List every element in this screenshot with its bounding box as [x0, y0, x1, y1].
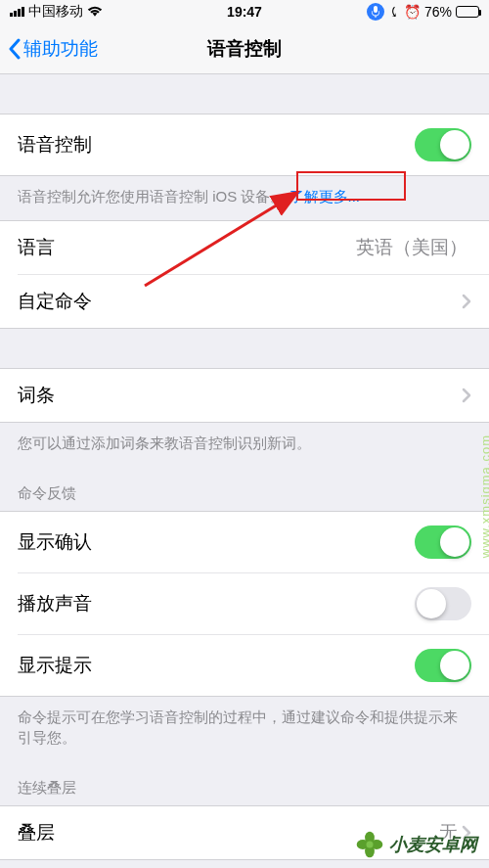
- alarm-icon: ⏰: [404, 4, 421, 20]
- play-sound-label: 播放声音: [18, 591, 92, 617]
- signal-icon: [10, 7, 24, 17]
- svg-point-6: [367, 842, 374, 848]
- vocabulary-row[interactable]: 词条: [0, 369, 489, 422]
- wifi-icon: [87, 6, 103, 18]
- watermark: 小麦安卓网: [356, 831, 477, 858]
- watermark-url: www.xmsigma.com: [478, 434, 490, 558]
- clover-icon: [356, 831, 383, 858]
- voice-control-row: 语音控制: [0, 114, 489, 175]
- voice-control-desc: 语音控制允许您使用语音控制 iOS 设备。: [18, 188, 285, 205]
- back-label: 辅助功能: [23, 36, 98, 62]
- chevron-left-icon: [8, 38, 22, 60]
- status-bar: 中国移动 19:47 ⤹ ⏰ 76%: [0, 0, 489, 23]
- show-confirm-switch[interactable]: [415, 525, 471, 559]
- voice-control-label: 语音控制: [18, 132, 92, 158]
- learn-more-link[interactable]: 了解更多...: [289, 188, 361, 205]
- chevron-right-icon: [462, 388, 471, 403]
- chevron-right-icon: [462, 294, 471, 309]
- back-button[interactable]: 辅助功能: [8, 36, 98, 62]
- custom-commands-label: 自定命令: [18, 289, 92, 314]
- play-sound-row: 播放声音: [18, 572, 489, 634]
- show-hints-row: 显示提示: [18, 634, 489, 696]
- carrier-label: 中国移动: [28, 3, 83, 21]
- show-hints-label: 显示提示: [18, 653, 92, 678]
- nav-bar: 辅助功能 语音控制: [0, 23, 489, 74]
- battery-pct: 76%: [424, 4, 452, 20]
- vocabulary-label: 词条: [18, 383, 55, 408]
- feedback-header: 命令反馈: [0, 467, 489, 511]
- orientation-lock-icon: ⤹: [388, 4, 400, 20]
- show-confirm-row: 显示确认: [0, 512, 489, 572]
- battery-icon: [456, 6, 479, 18]
- language-label: 语言: [18, 235, 55, 260]
- vocabulary-footer: 您可以通过添加词条来教语音控制识别新词。: [0, 423, 489, 467]
- custom-commands-row[interactable]: 自定命令: [18, 274, 489, 328]
- status-time: 19:47: [227, 4, 262, 20]
- play-sound-switch[interactable]: [415, 587, 471, 620]
- mic-icon: [367, 3, 384, 21]
- language-value: 英语（美国）: [356, 235, 467, 260]
- feedback-footer: 命令提示可在您学习语音控制的过程中，通过建议命令和提供提示来引导您。: [0, 697, 489, 761]
- voice-control-switch[interactable]: [415, 128, 471, 161]
- overlay-footer: 叠层会在屏幕内容上显示编号或名称，以方便快: [0, 860, 489, 868]
- page-title: 语音控制: [207, 36, 282, 62]
- watermark-text: 小麦安卓网: [389, 833, 477, 856]
- voice-control-footer: 语音控制允许您使用语音控制 iOS 设备。 了解更多...: [0, 176, 489, 220]
- svg-rect-0: [374, 6, 378, 13]
- overlay-header: 连续叠层: [0, 761, 489, 805]
- show-hints-switch[interactable]: [415, 649, 471, 682]
- language-row[interactable]: 语言 英语（美国）: [0, 221, 489, 274]
- overlay-label: 叠层: [18, 820, 55, 845]
- show-confirm-label: 显示确认: [18, 529, 92, 555]
